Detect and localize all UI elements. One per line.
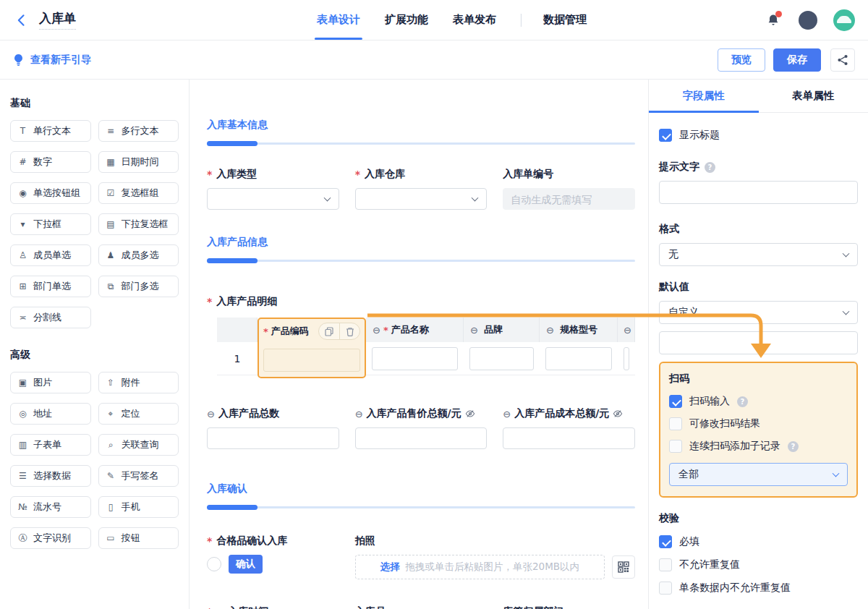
widget-button[interactable]: ▤下拉复选框 xyxy=(98,213,179,235)
show-title-checkbox[interactable]: 显示标题 xyxy=(659,129,858,142)
storage-type-select[interactable] xyxy=(207,188,339,210)
scan-continuous-checkbox[interactable]: 连续扫码添加子记录 xyxy=(669,440,848,453)
widget-button[interactable]: ⇧附件 xyxy=(98,372,179,393)
widget-button[interactable]: ◉单选按钮组 xyxy=(10,182,91,204)
checkbox-unchecked-icon[interactable] xyxy=(659,558,672,571)
widget-button[interactable]: ⌖定位 xyxy=(98,403,179,425)
field-warehouse[interactable]: 入库仓库 xyxy=(355,168,488,210)
price-total-input[interactable] xyxy=(355,427,488,449)
form-title[interactable]: 入库单 xyxy=(39,10,76,30)
widget-button[interactable]: ⊞部门单选 xyxy=(10,276,91,297)
field-product-total[interactable]: 入库产品总数 xyxy=(207,407,339,449)
widget-button[interactable]: ⌕关联查询 xyxy=(98,434,179,456)
member-single-icon: ♙ xyxy=(17,250,28,260)
delete-column-button[interactable] xyxy=(339,323,359,340)
widget-button[interactable]: ▭按钮 xyxy=(98,527,179,549)
photo-select-link[interactable]: 选择 xyxy=(380,561,400,574)
scan-input-checkbox[interactable]: 扫码输入 xyxy=(669,395,848,408)
help-button[interactable] xyxy=(799,11,817,30)
widget-button[interactable]: ≡多行文本 xyxy=(98,120,179,142)
widget-button[interactable]: ☰选择数据 xyxy=(10,465,91,487)
widget-button[interactable]: ◎地址 xyxy=(10,403,91,425)
widget-button[interactable]: №流水号 xyxy=(10,496,91,518)
widget-button[interactable]: ✎手写签名 xyxy=(98,465,179,487)
required-checkbox[interactable]: 必填 xyxy=(659,535,858,548)
widget-button[interactable]: ▯手机 xyxy=(98,496,179,518)
subform-column[interactable]: 品牌 xyxy=(464,318,540,378)
help-icon[interactable] xyxy=(705,162,715,173)
subform-column[interactable]: 规格型号 xyxy=(540,318,618,378)
widget-button[interactable]: ▥子表单 xyxy=(10,434,91,456)
default-value-select[interactable]: 自定义 xyxy=(659,301,858,324)
subform-rownum-column: 1 xyxy=(217,318,258,378)
widget-button[interactable]: T单行文本 xyxy=(10,120,91,142)
photo-upload-dropzone[interactable]: 选择 拖拽或单击后粘贴图片，单张20MB以内 xyxy=(355,555,605,579)
checkbox-checked-icon[interactable] xyxy=(659,129,672,142)
scan-editable-checkbox[interactable]: 可修改扫码结果 xyxy=(669,417,848,430)
cost-total-input[interactable] xyxy=(503,427,635,449)
notification-bell-button[interactable] xyxy=(764,11,783,30)
field-cost-total[interactable]: 入库产品成本总额/元 xyxy=(503,407,635,449)
onboarding-guide-link[interactable]: 查看新手引导 xyxy=(13,54,91,67)
widget-button[interactable]: #数字 xyxy=(10,151,91,173)
product-code-cell-input[interactable] xyxy=(263,349,360,372)
save-button[interactable]: 保存 xyxy=(773,48,821,72)
widget-button[interactable]: ▣图片 xyxy=(10,372,91,393)
share-button[interactable] xyxy=(830,48,855,72)
checkbox-unchecked-icon[interactable] xyxy=(669,440,682,453)
confirm-option-badge[interactable]: 确认 xyxy=(229,555,263,574)
nav-tab[interactable]: 表单设计 xyxy=(305,0,373,40)
format-select[interactable]: 无 xyxy=(659,243,858,266)
widget-button[interactable]: ▾下拉框 xyxy=(10,213,91,235)
section-heading-confirm[interactable]: 入库确认 xyxy=(207,482,635,510)
section-divider-bar xyxy=(207,258,635,263)
warehouse-select[interactable] xyxy=(355,188,488,210)
field-photo[interactable]: 拍照 选择 拖拽或单击后粘贴图片，单张20MB以内 xyxy=(355,535,635,579)
checkbox-unchecked-icon[interactable] xyxy=(659,582,672,595)
checkbox-unchecked-icon[interactable] xyxy=(669,417,682,430)
field-storage-type[interactable]: 入库类型 xyxy=(207,168,339,210)
checkbox-checked-icon[interactable] xyxy=(659,535,672,548)
widget-button[interactable]: ≍分割线 xyxy=(10,307,91,328)
subform-cell-input[interactable] xyxy=(545,347,612,370)
subform-cell-input[interactable] xyxy=(372,347,458,370)
help-icon[interactable] xyxy=(788,441,799,452)
checkbox-checked-icon[interactable] xyxy=(669,395,682,408)
nav-tab[interactable]: 扩展功能 xyxy=(373,0,441,40)
field-confirm[interactable]: 合格品确认入库 确认 xyxy=(207,535,339,579)
field-dept[interactable]: 库管归属部门 当前用户所处部门 xyxy=(503,605,635,609)
nav-tab[interactable]: 数据管理 xyxy=(509,0,599,40)
confirm-radio[interactable] xyxy=(207,557,221,571)
section-heading-basic[interactable]: 入库基本信息 xyxy=(207,119,635,146)
preview-button[interactable]: 预览 xyxy=(718,48,765,72)
copy-column-button[interactable] xyxy=(319,323,339,340)
product-total-input[interactable] xyxy=(207,427,339,449)
avatar[interactable] xyxy=(833,9,855,31)
no-duplicate-in-record-checkbox[interactable]: 单条数据内不允许重复值 xyxy=(659,582,858,595)
panel-tab[interactable]: 表单属性 xyxy=(759,80,868,112)
help-icon[interactable] xyxy=(737,396,748,407)
section-heading-product[interactable]: 入库产品信息 xyxy=(207,236,635,263)
field-operator[interactable]: 入库员 当前用户 xyxy=(355,605,488,609)
panel-tab[interactable]: 字段属性 xyxy=(649,80,759,112)
subform-cell-input[interactable] xyxy=(469,347,534,370)
subform-column-selected[interactable]: * 产品编码 xyxy=(258,318,366,378)
widget-button[interactable]: ♟成员多选 xyxy=(98,244,179,266)
field-storage-time[interactable]: 入库时间 xyxy=(207,605,339,609)
field-order-code[interactable]: 入库单编号 自动生成无需填写 xyxy=(503,168,635,210)
default-value-input[interactable] xyxy=(659,331,858,354)
back-button[interactable] xyxy=(13,12,30,29)
no-duplicate-checkbox[interactable]: 不允许重复值 xyxy=(659,558,858,571)
widget-button[interactable]: ♙成员单选 xyxy=(10,244,91,266)
form-designer-app: 入库单 表单设计扩展功能表单发布数据管理 查看新手引导 预览 保存 xyxy=(0,0,868,609)
field-price-total[interactable]: 入库产品售价总额/元 xyxy=(355,407,488,449)
widget-button[interactable]: Ⓐ文字识别 xyxy=(10,527,91,549)
widget-button[interactable]: ☑复选框组 xyxy=(98,182,179,204)
widget-button[interactable]: ▦日期时间 xyxy=(98,151,179,173)
subform-column[interactable]: 产品名称 xyxy=(366,318,464,378)
scan-mode-select[interactable]: 全部 xyxy=(669,463,848,486)
nav-tab[interactable]: 表单发布 xyxy=(441,0,509,40)
widget-button[interactable]: ⧉部门多选 xyxy=(98,276,179,297)
hint-text-input[interactable] xyxy=(659,181,858,204)
scan-qr-button[interactable] xyxy=(612,555,635,579)
